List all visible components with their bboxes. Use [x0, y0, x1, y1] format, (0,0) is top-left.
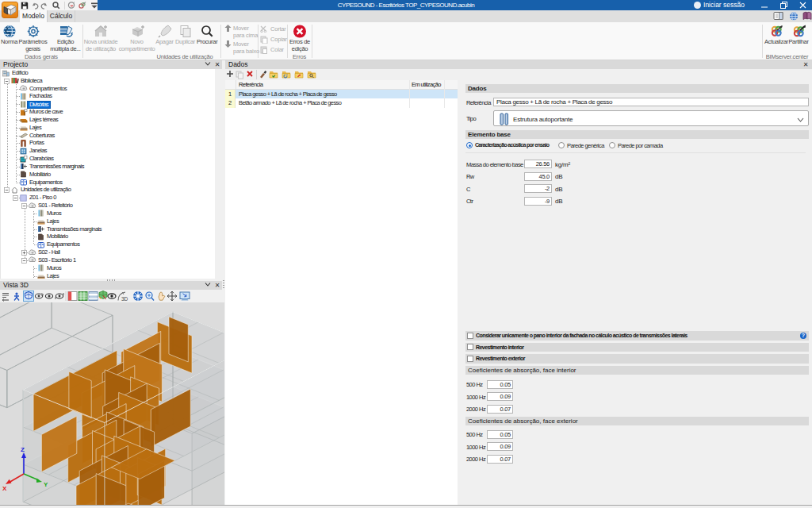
svg-text:3D: 3D — [121, 296, 128, 302]
svg-text:Z: Z — [21, 446, 25, 453]
svg-text:X: X — [2, 485, 7, 492]
svg-text:Y: Y — [44, 481, 48, 488]
